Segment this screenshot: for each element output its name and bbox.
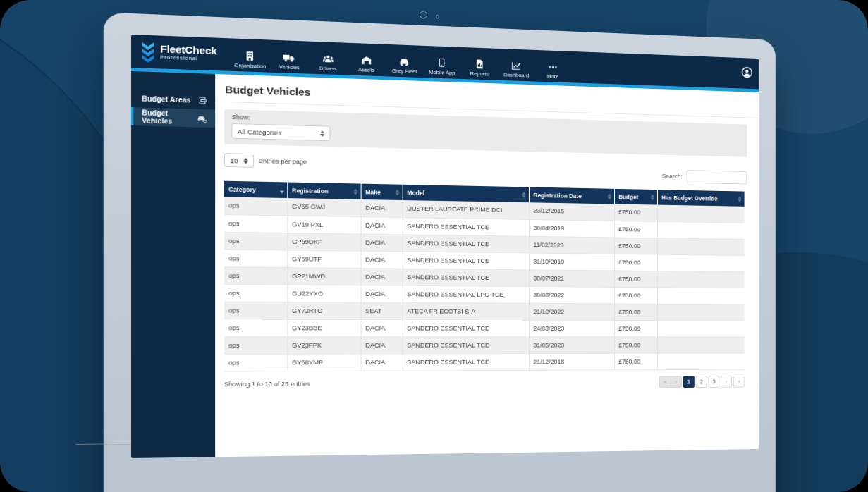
cell-model: SANDERO ESSENTIAL TCE [403, 234, 529, 252]
budget-vehicles-table: Category Registration Make Model Registr… [224, 181, 745, 371]
cell-has-budget-override [657, 336, 745, 352]
nav-item-dashboard[interactable]: Dashboard [498, 60, 534, 79]
page-1-button[interactable]: 1 [683, 376, 695, 388]
column-header-model[interactable]: Model [403, 185, 529, 202]
cell-registration-date: 31/10/2019 [529, 253, 614, 271]
cell-make: DACIA [361, 199, 403, 217]
select-caret-icon [320, 130, 324, 137]
nav-item-grey-fleet[interactable]: Grey Fleet [386, 56, 424, 75]
cell-registration-date: 23/12/2015 [529, 202, 614, 221]
webcam-icon [420, 11, 427, 18]
cell-budget: £750.00 [614, 353, 657, 370]
cell-registration-date: 11/02/2020 [529, 236, 614, 254]
cell-registration: GY72RTO [287, 302, 360, 319]
people-icon [322, 54, 334, 64]
table-controls: 10 entries per page Search: [224, 153, 747, 184]
fleetcheck-logo[interactable]: FleetCheck Professional [131, 41, 224, 66]
column-header-make[interactable]: Make [361, 184, 403, 200]
column-header-budget[interactable]: Budget [614, 189, 657, 205]
first-page-button[interactable]: « [659, 376, 671, 388]
sort-icon [650, 194, 654, 200]
nav-item-assets[interactable]: Assets [348, 54, 386, 73]
cell-registration: GY68YMP [287, 353, 360, 371]
cell-registration-date: 24/03/2023 [529, 320, 614, 337]
sort-icon [395, 189, 399, 195]
cell-category: ops [224, 336, 287, 354]
page-3-button[interactable]: 3 [708, 376, 719, 388]
cell-make: DACIA [361, 336, 403, 353]
cell-registration: GV19 PXL [287, 216, 360, 234]
sort-icon [279, 187, 283, 193]
cell-registration: GP69DKF [287, 233, 360, 251]
next-page-button[interactable]: › [721, 376, 732, 388]
monitor: FleetCheck Professional Organisation Veh… [131, 35, 759, 458]
cell-make: DACIA [361, 268, 403, 285]
cell-registration: GV23FPK [287, 336, 360, 354]
table-row[interactable]: ops GY68YMP DACIA SANDERO ESSENTIAL TCE … [224, 353, 745, 371]
category-select[interactable]: All Categories [231, 123, 330, 141]
sidebar: Budget Areas Budget Vehicles [131, 71, 215, 458]
ellipsis-icon [547, 62, 558, 73]
cell-category: ops [224, 302, 287, 319]
cell-registration: GU22YXO [287, 285, 360, 302]
screen: FleetCheck Professional Organisation Veh… [131, 35, 759, 458]
page-size-select[interactable]: 10 [224, 153, 254, 168]
last-page-button[interactable]: » [733, 375, 745, 387]
column-header-registration-date[interactable]: Registration Date [529, 187, 614, 204]
webcam-led-icon [436, 15, 439, 18]
sort-icon [607, 193, 611, 199]
column-header-has-budget-override[interactable]: Has Budget Override [657, 190, 745, 207]
car-icon [398, 56, 410, 67]
table-row[interactable]: ops GY23BBE DACIA SANDERO ESSENTIAL TCE … [224, 319, 745, 336]
cell-budget: £750.00 [614, 303, 657, 320]
cell-has-budget-override [657, 238, 745, 255]
cell-category: ops [224, 232, 287, 250]
nav-item-reports[interactable]: Reports [460, 58, 498, 78]
cell-budget: £750.00 [614, 336, 657, 352]
table-row[interactable]: ops GY72RTO SEAT ATECA FR ECOTSI S-A 21/… [224, 302, 745, 321]
nav-item-organisation[interactable]: Organisation [231, 50, 270, 70]
logo-chevrons-icon [140, 41, 156, 63]
sidebar-item-budget-vehicles[interactable]: Budget Vehicles [131, 107, 215, 128]
nav-item-more[interactable]: More [534, 61, 571, 80]
main-content: Budget Vehicles Show: All Categories 10 [215, 74, 759, 457]
coins-icon [198, 95, 208, 104]
sort-icon [738, 196, 742, 202]
cell-model: SANDERO ESSENTIAL LPG TCE [403, 285, 529, 303]
cell-budget: £750.00 [614, 237, 657, 254]
cell-category: ops [224, 354, 287, 371]
column-header-registration[interactable]: Registration [287, 182, 360, 199]
cell-has-budget-override [657, 205, 745, 223]
cell-registration: GY23BBE [287, 319, 360, 337]
truck-icon [283, 52, 295, 63]
cell-registration-date: 21/10/2022 [529, 303, 614, 320]
table-row[interactable]: ops GU22YXO DACIA SANDERO ESSENTIAL LPG … [224, 284, 745, 304]
cell-registration: GY69UTF [287, 250, 360, 268]
entries-summary: Showing 1 to 10 of 25 entries [224, 380, 310, 387]
search-input[interactable] [687, 170, 747, 184]
table-footer: Showing 1 to 10 of 25 entries « ‹ 1 2 3 … [224, 375, 745, 390]
warehouse-icon [360, 55, 372, 66]
nav-item-mobile-app[interactable]: Mobile App [423, 56, 460, 76]
cell-model: SANDERO ESSENTIAL TCE [403, 251, 529, 269]
user-avatar-icon[interactable] [741, 66, 753, 78]
cell-category: ops [224, 250, 287, 268]
entries-per-page-label: entries per page [259, 157, 307, 165]
cell-make: DACIA [361, 353, 403, 370]
cell-make: DACIA [361, 233, 403, 251]
page-2-button[interactable]: 2 [696, 376, 707, 388]
sidebar-item-budget-areas[interactable]: Budget Areas [131, 89, 215, 109]
search-label: Search: [662, 173, 683, 180]
cell-registration-date: 30/03/2022 [529, 286, 614, 303]
nav-item-drivers[interactable]: Drivers [309, 53, 348, 72]
cell-category: ops [224, 197, 287, 215]
cell-model: SANDERO ESSENTIAL TCE [403, 269, 529, 286]
column-header-category[interactable]: Category [224, 181, 287, 198]
cell-registration-date: 30/07/2021 [529, 269, 614, 287]
prev-page-button[interactable]: ‹ [671, 376, 682, 388]
cell-budget: £750.00 [614, 204, 657, 221]
table-row[interactable]: ops GV23FPK DACIA SANDERO ESSENTIAL TCE … [224, 336, 745, 354]
cell-registration: GP21MWD [287, 267, 360, 285]
nav-item-vehicles[interactable]: Vehicles [270, 51, 309, 70]
cell-model: SANDERO ESSENTIAL TCE [403, 319, 529, 336]
